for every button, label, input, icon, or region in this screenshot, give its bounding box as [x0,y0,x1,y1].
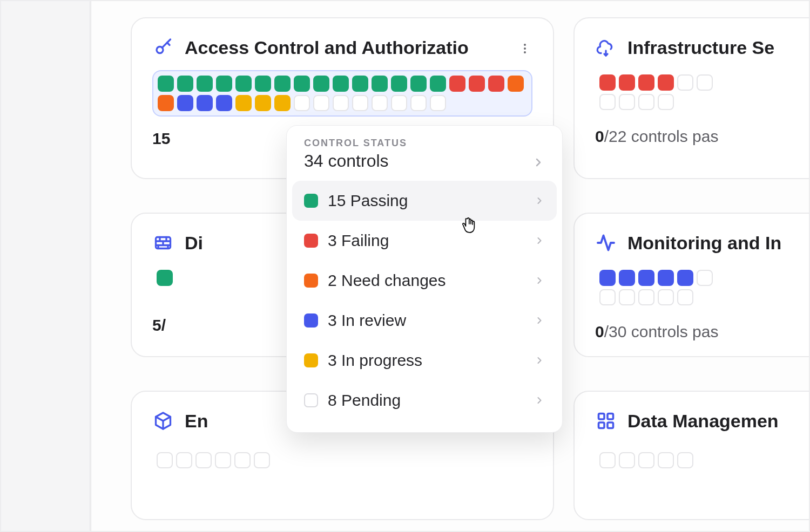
status-pill[interactable] [255,76,271,92]
status-pill[interactable] [197,95,213,111]
card-title: En [185,411,208,432]
status-pill[interactable] [469,76,485,92]
status-pill[interactable] [313,95,329,111]
status-pill[interactable] [430,76,446,92]
status-pill-grid[interactable] [595,448,810,473]
card-infrastructure[interactable]: Infrastructure Se 0/22 controls pas [573,17,810,179]
status-pill[interactable] [216,95,232,111]
status-pill[interactable] [352,76,368,92]
status-pill[interactable] [157,452,173,468]
status-pill[interactable] [599,270,616,286]
status-pill[interactable] [235,76,252,92]
status-pill[interactable] [177,95,193,111]
status-pill[interactable] [158,95,174,111]
status-pill[interactable] [430,95,446,111]
more-button[interactable] [514,38,536,59]
status-pill[interactable] [449,76,465,92]
status-pill-grid[interactable] [595,265,810,310]
popover-item-label: 3 Failing [328,231,524,250]
status-pill[interactable] [619,270,635,286]
svg-rect-13 [599,422,605,428]
status-pill[interactable] [619,94,635,110]
status-pill[interactable] [619,74,635,91]
status-pill[interactable] [658,289,674,305]
cube-icon [152,410,174,432]
status-pill[interactable] [638,74,654,91]
status-pill[interactable] [216,76,232,92]
status-pill[interactable] [313,76,329,92]
chevron-right-icon [534,311,545,330]
status-pill-grid[interactable] [152,448,532,473]
status-pill[interactable] [235,95,252,111]
status-pill[interactable] [638,94,654,110]
status-pill[interactable] [599,74,616,91]
status-pill[interactable] [391,76,407,92]
status-pill[interactable] [333,76,349,92]
status-pill[interactable] [197,76,213,92]
status-pill[interactable] [391,95,407,111]
status-swatch [304,274,318,288]
popover-item[interactable]: 3 In progress [292,340,557,380]
status-pill[interactable] [508,76,524,92]
status-pill[interactable] [658,452,674,468]
status-pill[interactable] [638,289,654,305]
status-pill[interactable] [599,452,616,468]
status-pill[interactable] [215,452,231,468]
left-sidebar [1,1,91,531]
card-title: Access Control and Authorizatio [185,37,469,58]
status-pill[interactable] [410,95,427,111]
status-pill[interactable] [677,270,693,286]
status-pill-grid[interactable] [152,70,532,117]
control-status-popover[interactable]: CONTROL STATUS 34 controls 15 Passing3 F… [286,125,563,433]
status-pill[interactable] [333,95,349,111]
status-pill[interactable] [599,289,616,305]
popover-item[interactable]: 8 Pending [292,380,557,420]
chevron-right-icon [534,231,545,250]
popover-item-label: 3 In progress [328,351,524,370]
status-pill[interactable] [352,95,368,111]
status-pill[interactable] [158,76,174,92]
status-pill[interactable] [697,74,713,91]
status-pill[interactable] [372,76,388,92]
status-pill[interactable] [697,270,713,286]
status-pill[interactable] [176,452,192,468]
popover-item[interactable]: 3 Failing [292,221,557,261]
key-icon [152,37,174,58]
status-pill[interactable] [619,452,635,468]
status-pill[interactable] [599,94,616,110]
status-pill[interactable] [410,76,427,92]
status-pill[interactable] [677,289,693,305]
status-pill[interactable] [274,95,291,111]
status-pill[interactable] [658,74,674,91]
status-pill[interactable] [177,76,193,92]
status-pill[interactable] [254,452,270,468]
popover-header[interactable]: CONTROL STATUS 34 controls [287,138,562,181]
popover-item-label: 8 Pending [328,391,524,410]
status-pill[interactable] [488,76,504,92]
status-pill[interactable] [234,452,251,468]
popover-item[interactable]: 3 In review [292,301,557,340]
status-pill[interactable] [619,289,635,305]
status-pill[interactable] [372,95,388,111]
status-pill[interactable] [255,95,271,111]
popover-item[interactable]: 15 Passing [292,181,557,221]
status-pill[interactable] [677,74,693,91]
status-pill[interactable] [658,94,674,110]
status-pill[interactable] [195,452,212,468]
status-pill[interactable] [677,452,693,468]
status-pill[interactable] [274,76,291,92]
status-pill[interactable] [294,76,310,92]
card-data-management[interactable]: Data Managemen [573,391,810,520]
status-pill[interactable] [294,95,310,111]
card-monitoring[interactable]: Monitoring and In 0/30 controls pas [573,213,810,357]
status-pill-grid[interactable] [595,70,810,114]
status-pill[interactable] [638,452,654,468]
status-pill[interactable] [157,270,173,286]
status-pill[interactable] [638,270,654,286]
card-footer: 0/22 controls pas [595,127,810,146]
popover-item[interactable]: 2 Need changes [292,261,557,301]
status-pill[interactable] [658,270,674,286]
chevron-right-icon [534,192,545,210]
status-swatch [304,234,318,248]
popover-title: 34 controls [304,151,407,171]
